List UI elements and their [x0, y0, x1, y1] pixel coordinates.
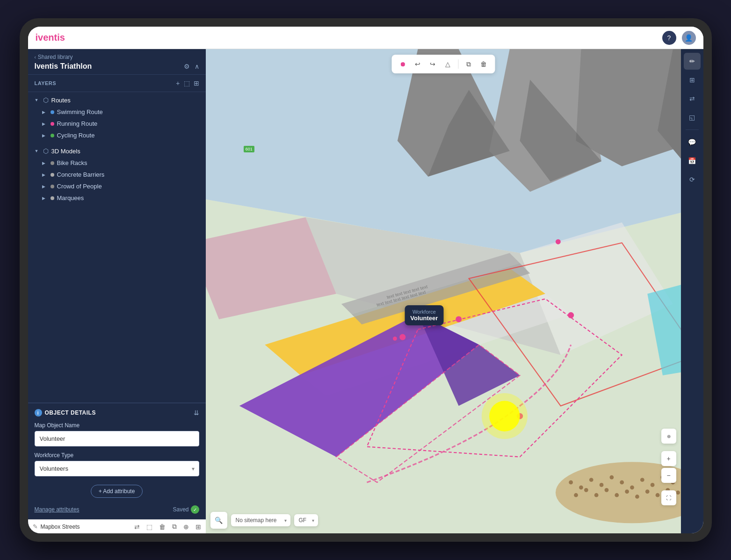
layers-header: LAYERS + ⬚ ⊞: [28, 75, 206, 92]
network-icon[interactable]: ⊕: [183, 523, 189, 531]
layers-label: LAYERS: [35, 80, 57, 86]
back-link[interactable]: ‹ Shared library: [35, 54, 199, 60]
svg-point-27: [620, 481, 624, 485]
running-route-item[interactable]: ▶ Running Route: [28, 118, 206, 129]
zoom-out-button[interactable]: −: [661, 468, 676, 483]
routes-group: ▼ ⬡ Routes ▶ Swimming Route ▶ Runn: [28, 92, 206, 143]
sitemap-wrapper: No sitemap here ▾: [231, 514, 290, 526]
svg-point-41: [645, 489, 649, 494]
triangle-button[interactable]: △: [441, 57, 454, 71]
running-color: [51, 122, 54, 126]
share-icon[interactable]: ⇄: [134, 523, 140, 531]
concrete-barriers-item[interactable]: ▶ Concrete Barriers: [28, 169, 206, 180]
sidebar-title-row: Iventis Triathlon ⚙ ∧: [35, 62, 199, 71]
sidebar-title-icons: ⚙ ∧: [184, 63, 199, 70]
floor-select-wrapper: GF 1F 2F ▾: [294, 514, 318, 526]
crowd-item[interactable]: ▶ Crowd of People: [28, 180, 206, 192]
3d-type-icon: ⬡: [43, 147, 49, 155]
add-attribute-button[interactable]: + Add attribute: [91, 485, 143, 498]
sidebar-bottom: ✎ Mapbox Streets ⇄ ⬚ 🗑 ⧉ ⊕ ⊞: [28, 519, 206, 533]
3d-models-label: 3D Models: [51, 148, 80, 155]
app-logo: iventis: [36, 32, 65, 43]
workforce-type-wrapper: Volunteers Staff Officials ▾: [35, 461, 199, 476]
compass-button[interactable]: ⊕: [661, 429, 676, 444]
main-content: ‹ Shared library Iventis Triathlon ⚙ ∧: [28, 49, 703, 533]
svg-point-38: [615, 493, 619, 497]
svg-point-29: [640, 478, 644, 482]
bike-expand-icon: ▶: [42, 161, 48, 165]
crowd-expand-icon: ▶: [42, 184, 48, 189]
bike-racks-item[interactable]: ▶ Bike Racks: [28, 157, 206, 169]
map-object-name-input[interactable]: [35, 431, 199, 446]
cycling-route-item[interactable]: ▶ Cycling Route: [28, 129, 206, 141]
svg-point-26: [609, 475, 614, 480]
object-details-footer: Manage attributes Saved ✓: [35, 503, 199, 514]
manage-attributes-link[interactable]: Manage attributes: [35, 506, 80, 513]
svg-point-36: [594, 493, 598, 497]
svg-point-42: [655, 493, 659, 497]
sitemap-select[interactable]: No sitemap here: [231, 514, 290, 526]
grid-view-button[interactable]: ⊞: [194, 79, 199, 87]
help-button[interactable]: ?: [662, 31, 676, 45]
tooltip-type: Workforce: [410, 309, 438, 315]
map-navigation: ⊕ + − ⛶: [661, 429, 676, 505]
routes-group-header[interactable]: ▼ ⬡ Routes: [28, 94, 206, 106]
workforce-type-select[interactable]: Volunteers Staff Officials: [35, 461, 199, 476]
3d-models-group-header[interactable]: ▼ ⬡ 3D Models: [28, 145, 206, 157]
search-map-button[interactable]: 🔍: [210, 512, 227, 529]
add-layer-button[interactable]: +: [176, 79, 180, 87]
collapse-icon[interactable]: ∧: [195, 63, 199, 70]
zoom-in-button[interactable]: +: [661, 451, 676, 466]
layers-view-button[interactable]: ⊞: [684, 72, 701, 88]
map-marker-label: 601: [244, 146, 254, 152]
marquees-item[interactable]: ▶ Marquees: [28, 192, 206, 204]
map-object-name-label: Map Object Name: [35, 422, 199, 429]
settings-icon[interactable]: ⚙: [184, 63, 190, 70]
bike-racks-label: Bike Racks: [57, 159, 87, 166]
calendar-button[interactable]: 📅: [684, 152, 701, 169]
tooltip-name: Volunteer: [410, 315, 438, 322]
marquees-expand-icon: ▶: [42, 196, 48, 201]
delete-icon[interactable]: 🗑: [159, 523, 166, 531]
top-bar: iventis ? 👤: [28, 27, 703, 49]
map-object-name-group: Map Object Name: [35, 422, 199, 446]
swimming-color: [51, 110, 54, 114]
3d-models-group: ▼ ⬡ 3D Models ▶ Bike Racks ▶ Concr: [28, 143, 206, 206]
object-details-collapse-icon[interactable]: ⇊: [194, 409, 199, 416]
comment-button[interactable]: 💬: [684, 134, 701, 151]
running-route-label: Running Route: [57, 120, 98, 127]
swimming-expand-icon: ▶: [42, 110, 48, 115]
grid-icon[interactable]: ⊞: [195, 523, 201, 531]
network-tool-button[interactable]: ⇄: [684, 90, 701, 107]
map-svg: text text text text text text text text …: [206, 49, 681, 533]
edit-tool-button[interactable]: ✏: [684, 53, 701, 70]
workforce-type-label: Workforce Type: [35, 452, 199, 459]
svg-point-37: [604, 488, 608, 492]
undo-button[interactable]: ↩: [411, 57, 424, 71]
saved-check-icon: ✓: [191, 505, 199, 514]
delete-map-button[interactable]: 🗑: [477, 57, 490, 71]
shapes-tool-button[interactable]: ◱: [684, 109, 701, 126]
svg-point-40: [635, 495, 639, 499]
copy-map-button[interactable]: ⧉: [462, 57, 475, 71]
object-details-title: i OBJECT DETAILS: [35, 409, 96, 416]
marquees-label: Marquees: [57, 194, 84, 201]
fullscreen-button[interactable]: ⛶: [661, 490, 676, 505]
floor-select[interactable]: GF 1F 2F: [294, 514, 318, 526]
svg-point-47: [456, 316, 462, 322]
map-3d-view[interactable]: text text text text text text text text …: [206, 49, 681, 533]
record-button[interactable]: ⏺: [396, 57, 409, 71]
copy-icon[interactable]: ⧉: [172, 523, 177, 531]
user-button[interactable]: 👤: [682, 31, 696, 45]
cycling-color: [51, 134, 54, 137]
sidebar-header: ‹ Shared library Iventis Triathlon ⚙ ∧: [28, 49, 206, 75]
import-layer-button[interactable]: ⬚: [184, 79, 190, 87]
duplicate-icon[interactable]: ⬚: [146, 523, 152, 531]
swimming-route-item[interactable]: ▶ Swimming Route: [28, 106, 206, 118]
marquees-color: [51, 196, 54, 200]
svg-point-22: [569, 481, 573, 485]
svg-point-50: [393, 337, 397, 341]
redo-button[interactable]: ↪: [426, 57, 439, 71]
svg-point-25: [599, 483, 603, 487]
refresh-button[interactable]: ⟳: [684, 171, 701, 188]
